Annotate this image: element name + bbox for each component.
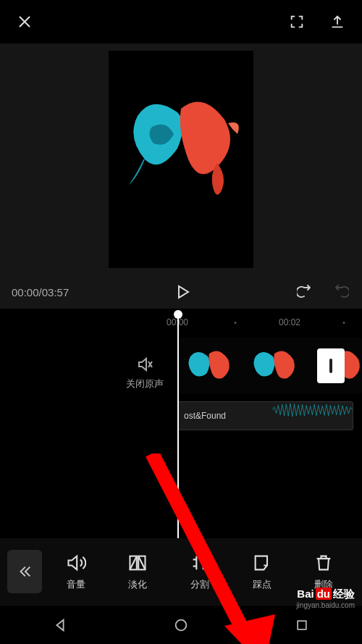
tool-label: 音量	[67, 578, 85, 591]
nav-back-icon[interactable]	[49, 614, 71, 636]
playback-controls: 00:00/03:57	[0, 275, 362, 309]
tool-label: 分割	[190, 578, 209, 591]
toolbar-back-button[interactable]	[7, 550, 42, 593]
add-clip-button[interactable]	[317, 348, 345, 383]
mute-label: 关闭原声	[116, 377, 174, 390]
top-bar	[0, 0, 362, 43]
undo-button[interactable]	[295, 282, 316, 302]
audio-clip-label: ost&Found	[182, 411, 227, 421]
audio-track[interactable]: ost&Found	[177, 401, 353, 430]
fullscreen-icon[interactable]	[287, 12, 307, 32]
system-nav-bar	[0, 605, 362, 644]
ruler-tick: 00:02	[279, 317, 300, 327]
watermark: Baidu经验 jingyan.baidu.com	[296, 587, 355, 609]
svg-rect-4	[298, 621, 306, 630]
tool-split[interactable]: 分割	[177, 553, 223, 591]
tool-label: 踩点	[253, 578, 272, 591]
time-total: 03:57	[42, 286, 70, 298]
svg-point-3	[176, 619, 187, 630]
tool-label: 淡化	[128, 578, 147, 591]
svg-rect-0	[329, 359, 332, 373]
close-icon[interactable]	[14, 12, 35, 32]
playhead[interactable]	[177, 313, 179, 538]
video-preview[interactable]	[0, 43, 362, 275]
preview-canvas	[109, 51, 253, 268]
export-icon[interactable]	[327, 12, 348, 32]
waveform	[272, 402, 353, 418]
timeline[interactable]: 00:00 00:02 关闭原声 ost&Found	[0, 309, 362, 538]
time-ruler: 00:00 00:02	[0, 316, 362, 333]
clip-thumbnail	[243, 338, 308, 394]
nav-recent-icon[interactable]	[291, 614, 313, 636]
time-current: 00:00	[12, 286, 39, 298]
nav-home-icon[interactable]	[170, 614, 192, 636]
tool-volume[interactable]: 音量	[53, 553, 99, 591]
tool-fade[interactable]: 淡化	[114, 553, 161, 591]
redo-button[interactable]	[330, 282, 350, 302]
timecode: 00:00/03:57	[12, 286, 69, 298]
tool-delete[interactable]: 删除	[300, 553, 347, 591]
tool-beat[interactable]: 踩点	[239, 553, 285, 591]
mute-original-audio[interactable]: 关闭原声	[116, 356, 174, 390]
clip-thumbnail	[177, 338, 243, 394]
play-button[interactable]	[171, 280, 194, 304]
